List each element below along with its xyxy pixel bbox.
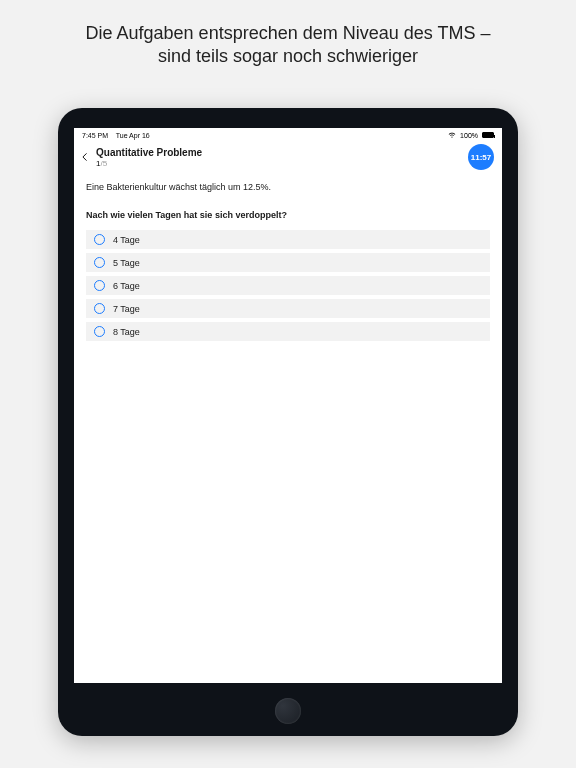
option-row[interactable]: 4 Tage (86, 230, 490, 249)
title-block: Quantitative Probleme 1/5 (96, 147, 468, 168)
promo-line2: sind teils sogar noch schwieriger (158, 46, 418, 66)
page-title: Quantitative Probleme (96, 147, 468, 158)
quiz-content: Eine Bakterienkultur wächst täglich um 1… (74, 176, 502, 347)
option-label: 8 Tage (113, 327, 140, 337)
status-time: 7:45 PM (82, 132, 108, 139)
option-row[interactable]: 7 Tage (86, 299, 490, 318)
radio-icon (94, 326, 105, 337)
option-label: 7 Tage (113, 304, 140, 314)
radio-icon (94, 280, 105, 291)
option-row[interactable]: 6 Tage (86, 276, 490, 295)
progress-indicator: 1/5 (96, 159, 468, 168)
tablet-frame: 7:45 PM Tue Apr 16 100% Quantitative Pro… (58, 108, 518, 736)
radio-icon (94, 257, 105, 268)
back-button[interactable] (78, 148, 96, 166)
timer-badge[interactable]: 11:57 (468, 144, 494, 170)
promo-heading: Die Aufgaben entsprechen dem Niveau des … (0, 0, 576, 69)
promo-line1: Die Aufgaben entsprechen dem Niveau des … (86, 23, 491, 43)
option-label: 5 Tage (113, 258, 140, 268)
chevron-left-icon (80, 152, 90, 162)
app-screen: 7:45 PM Tue Apr 16 100% Quantitative Pro… (74, 128, 502, 683)
home-button[interactable] (275, 698, 301, 724)
radio-icon (94, 303, 105, 314)
quiz-prompt: Eine Bakterienkultur wächst täglich um 1… (86, 182, 490, 192)
options-list: 4 Tage 5 Tage 6 Tage 7 Tage 8 Tage (86, 230, 490, 341)
option-label: 6 Tage (113, 281, 140, 291)
quiz-question: Nach wie vielen Tagen hat sie sich verdo… (86, 210, 490, 220)
option-row[interactable]: 5 Tage (86, 253, 490, 272)
progress-total: /5 (100, 159, 107, 168)
status-right: 100% (448, 131, 494, 139)
status-left: 7:45 PM Tue Apr 16 (82, 132, 150, 139)
radio-icon (94, 234, 105, 245)
wifi-icon (448, 131, 456, 139)
battery-icon (482, 132, 494, 138)
battery-percent: 100% (460, 132, 478, 139)
app-bar: Quantitative Probleme 1/5 11:57 (74, 140, 502, 176)
status-date: Tue Apr 16 (116, 132, 150, 139)
option-label: 4 Tage (113, 235, 140, 245)
timer-value: 11:57 (471, 153, 491, 162)
option-row[interactable]: 8 Tage (86, 322, 490, 341)
status-bar: 7:45 PM Tue Apr 16 100% (74, 128, 502, 140)
